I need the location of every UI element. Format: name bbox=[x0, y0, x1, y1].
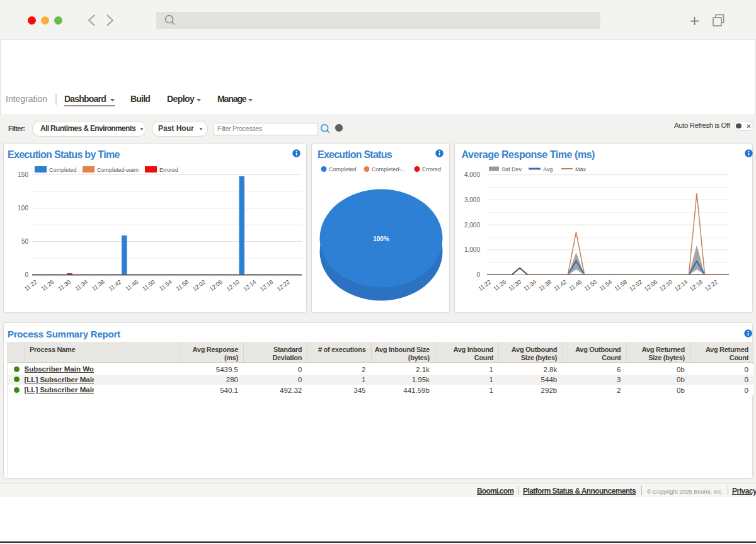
svg-text:12:10: 12:10 bbox=[658, 278, 674, 293]
svg-text:12:06: 12:06 bbox=[208, 278, 224, 293]
svg-text:11:34: 11:34 bbox=[522, 278, 537, 292]
svg-text:11:42: 11:42 bbox=[107, 278, 122, 292]
svg-text:11:30: 11:30 bbox=[57, 278, 72, 292]
svg-text:12:22: 12:22 bbox=[704, 278, 719, 293]
svg-text:12:18: 12:18 bbox=[258, 278, 274, 293]
svg-text:11:42: 11:42 bbox=[553, 278, 568, 292]
svg-text:Completed: Completed bbox=[329, 166, 357, 173]
svg-text:Completed-warn: Completed-warn bbox=[97, 167, 139, 173]
svg-text:12:22: 12:22 bbox=[275, 278, 291, 293]
svg-text:Std Dev: Std Dev bbox=[501, 166, 522, 173]
svg-text:11:50: 11:50 bbox=[583, 278, 598, 292]
svg-text:Errored: Errored bbox=[159, 167, 178, 173]
svg-text:11:50: 11:50 bbox=[141, 278, 156, 292]
svg-text:100: 100 bbox=[18, 205, 28, 212]
svg-text:11:26: 11:26 bbox=[40, 278, 55, 292]
svg-text:11:38: 11:38 bbox=[90, 278, 105, 292]
svg-text:12:02: 12:02 bbox=[628, 278, 644, 293]
svg-text:Errored: Errored bbox=[422, 166, 441, 173]
svg-text:50: 50 bbox=[21, 238, 29, 245]
svg-text:Completed: Completed bbox=[49, 167, 77, 173]
svg-text:12:18: 12:18 bbox=[689, 278, 704, 293]
svg-text:11:22: 11:22 bbox=[23, 278, 38, 292]
svg-text:11:22: 11:22 bbox=[477, 278, 492, 292]
svg-text:12:14: 12:14 bbox=[673, 278, 689, 293]
svg-text:11:26: 11:26 bbox=[492, 278, 507, 292]
svg-text:12:10: 12:10 bbox=[225, 278, 241, 293]
svg-text:1,000: 1,000 bbox=[464, 246, 480, 253]
svg-text:4,000: 4,000 bbox=[464, 171, 480, 178]
svg-text:11:30: 11:30 bbox=[507, 278, 522, 292]
svg-text:0: 0 bbox=[25, 271, 28, 278]
svg-text:11:46: 11:46 bbox=[568, 278, 583, 292]
svg-text:11:34: 11:34 bbox=[74, 278, 89, 292]
svg-text:150: 150 bbox=[18, 171, 28, 178]
svg-text:100%: 100% bbox=[373, 235, 389, 242]
svg-text:11:54: 11:54 bbox=[598, 278, 613, 292]
svg-text:12:14: 12:14 bbox=[242, 278, 258, 293]
svg-text:11:54: 11:54 bbox=[158, 278, 173, 292]
svg-text:Completed-...: Completed-... bbox=[372, 166, 406, 173]
svg-text:11:58: 11:58 bbox=[175, 278, 190, 292]
svg-text:12:02: 12:02 bbox=[191, 278, 207, 293]
svg-text:2,000: 2,000 bbox=[464, 222, 480, 229]
svg-text:0: 0 bbox=[476, 271, 480, 278]
svg-text:11:58: 11:58 bbox=[613, 278, 628, 292]
svg-text:3,000: 3,000 bbox=[464, 196, 480, 203]
svg-text:11:38: 11:38 bbox=[537, 278, 553, 292]
svg-text:Avg: Avg bbox=[543, 166, 553, 173]
svg-text:Max: Max bbox=[575, 166, 587, 173]
svg-text:11:46: 11:46 bbox=[124, 278, 139, 292]
svg-text:12:06: 12:06 bbox=[643, 278, 659, 293]
